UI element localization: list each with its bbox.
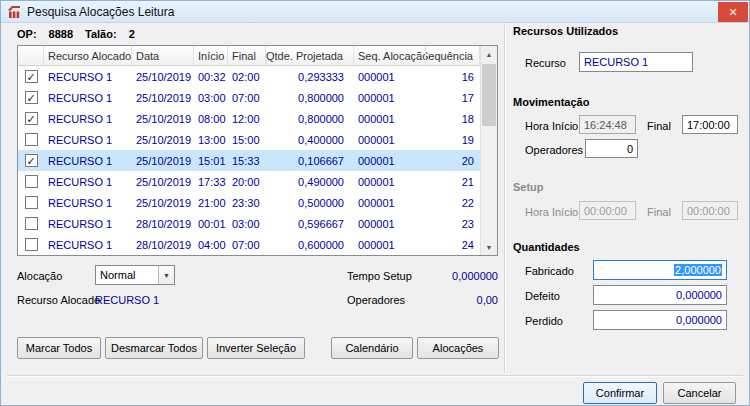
column-header-sequencia[interactable]: Sequência [426, 46, 480, 66]
cell-seq-alocacao: 000001 [354, 87, 426, 108]
cell-data: 28/10/2019 [132, 213, 194, 234]
cell-seq-alocacao: 000001 [354, 108, 426, 129]
cell-seq-alocacao: 000001 [354, 213, 426, 234]
dialog-window: Pesquisa Alocações Leitura ✕ OP:8888Talã… [0, 0, 750, 406]
chevron-down-icon[interactable]: ▼ [158, 266, 174, 284]
vertical-scrollbar[interactable]: ▲ ▼ [480, 46, 497, 255]
column-header-qtde[interactable]: Qtde. Projetada [266, 46, 354, 66]
cell-data: 25/10/2019 [132, 171, 194, 192]
hora-inicio-input: 16:24:48 [579, 115, 636, 134]
cell-final: 07:00 [228, 87, 266, 108]
hora-inicio-label: Hora Início [525, 120, 578, 132]
cell-final: 20:00 [228, 171, 266, 192]
table-row[interactable]: RECURSO 1 25/10/2019 17:33 20:00 0,49000… [18, 171, 480, 192]
alocacao-select[interactable]: Normal ▼ [95, 265, 175, 285]
cell-inicio: 15:01 [194, 150, 228, 171]
recurso-alocado-value: RECURSO 1 [95, 294, 159, 306]
table-row[interactable]: RECURSO 1 28/10/2019 04:00 07:00 0,60000… [18, 234, 480, 255]
setup-final-input: 00:00:00 [682, 201, 738, 220]
cell-seq-alocacao: 000001 [354, 234, 426, 255]
row-checkbox[interactable]: ✓ [25, 112, 38, 125]
cell-seq-alocacao: 000001 [354, 192, 426, 213]
column-header-seq-alocacao[interactable]: Seq. Alocação [354, 46, 426, 66]
desmarcar-todos-button[interactable]: Desmarcar Todos [105, 337, 203, 359]
row-checkbox[interactable]: ✓ [25, 154, 38, 167]
alocacao-selected-value: Normal [96, 269, 158, 281]
cell-seq-alocacao: 000001 [354, 129, 426, 150]
recurso-label: Recurso [525, 57, 566, 69]
operadores-input[interactable]: 0 [585, 139, 638, 158]
perdido-input[interactable]: 0,000000 [593, 310, 727, 330]
cell-inicio: 08:00 [194, 108, 228, 129]
movimentacao-title: Movimentação [513, 96, 589, 108]
alocacoes-button[interactable]: Alocações [417, 337, 499, 359]
row-checkbox[interactable] [25, 217, 38, 230]
cell-seq-alocacao: 000001 [354, 66, 426, 87]
setup-title: Setup [513, 181, 544, 193]
cell-recurso-alocado: RECURSO 1 [44, 150, 132, 171]
scroll-down-icon[interactable]: ▼ [481, 239, 497, 255]
column-header-recurso[interactable]: Recurso Alocado [44, 46, 132, 66]
calendario-button[interactable]: Calendário [331, 337, 413, 359]
alocacao-label: Alocação [17, 270, 62, 282]
perdido-label: Perdido [525, 315, 563, 327]
tempo-setup-value: 0,000000 [401, 270, 498, 282]
cell-data: 28/10/2019 [132, 234, 194, 255]
table-row[interactable]: ✓ RECURSO 1 25/10/2019 15:01 15:33 0,106… [18, 150, 480, 171]
table-row[interactable]: ✓ RECURSO 1 25/10/2019 03:00 07:00 0,800… [18, 87, 480, 108]
cancelar-button[interactable]: Cancelar [663, 382, 736, 404]
close-icon[interactable]: ✕ [718, 2, 748, 22]
inverter-selecao-button[interactable]: Inverter Seleção [207, 337, 305, 359]
vertical-divider [504, 25, 506, 373]
defeito-label: Defeito [525, 290, 560, 302]
row-checkbox[interactable] [25, 175, 38, 188]
row-checkbox[interactable]: ✓ [25, 91, 38, 104]
cell-sequencia: 19 [426, 129, 480, 150]
cell-qtde-projetada: 0,600000 [266, 234, 354, 255]
cell-data: 25/10/2019 [132, 129, 194, 150]
cell-final: 02:00 [228, 66, 266, 87]
allocations-grid: Recurso Alocado Data Início Final Qtde. … [17, 45, 498, 256]
defeito-input[interactable]: 0,000000 [593, 285, 727, 305]
cell-qtde-projetada: 0,596667 [266, 213, 354, 234]
table-row[interactable]: RECURSO 1 25/10/2019 21:00 23:30 0,50000… [18, 192, 480, 213]
table-row[interactable]: ✓ RECURSO 1 25/10/2019 08:00 12:00 0,800… [18, 108, 480, 129]
talao-label: Talão: [85, 28, 117, 40]
cell-data: 25/10/2019 [132, 192, 194, 213]
row-checkbox[interactable]: ✓ [25, 70, 38, 83]
cell-recurso-alocado: RECURSO 1 [44, 66, 132, 87]
cell-recurso-alocado: RECURSO 1 [44, 87, 132, 108]
fabricado-input[interactable]: 2,000000 [593, 260, 727, 280]
table-row[interactable]: ✓ RECURSO 1 25/10/2019 00:32 02:00 0,293… [18, 66, 480, 87]
column-header-checkbox[interactable] [18, 46, 44, 66]
confirmar-button[interactable]: Confirmar [583, 382, 657, 404]
table-row[interactable]: RECURSO 1 25/10/2019 13:00 15:00 0,40000… [18, 129, 480, 150]
setup-hora-inicio-label: Hora Início [525, 206, 578, 218]
scroll-up-icon[interactable]: ▲ [481, 46, 497, 62]
cell-final: 23:30 [228, 192, 266, 213]
fabricado-label: Fabricado [525, 265, 574, 277]
cell-final: 07:00 [228, 234, 266, 255]
column-header-final[interactable]: Final [228, 46, 266, 66]
row-checkbox[interactable] [25, 196, 38, 209]
title-bar[interactable]: Pesquisa Alocações Leitura ✕ [1, 1, 749, 23]
cell-data: 25/10/2019 [132, 87, 194, 108]
recurso-input[interactable]: RECURSO 1 [579, 52, 693, 72]
cell-sequencia: 20 [426, 150, 480, 171]
final-input[interactable]: 17:00:00 [682, 115, 738, 134]
app-icon [7, 5, 21, 19]
fabricado-selected-text: 2,000000 [674, 264, 722, 276]
recursos-utilizados-title: Recursos Utilizados [513, 25, 618, 37]
op-value: 8888 [49, 28, 73, 40]
row-checkbox[interactable] [25, 238, 38, 251]
table-row[interactable]: RECURSO 1 28/10/2019 00:01 03:00 0,59666… [18, 213, 480, 234]
column-header-inicio[interactable]: Início [194, 46, 228, 66]
marcar-todos-button[interactable]: Marcar Todos [17, 337, 101, 359]
cell-sequencia: 16 [426, 66, 480, 87]
cell-seq-alocacao: 000001 [354, 150, 426, 171]
scrollbar-thumb[interactable] [482, 64, 496, 126]
cell-data: 25/10/2019 [132, 150, 194, 171]
operadores-mov-label: Operadores [525, 144, 583, 156]
row-checkbox[interactable] [25, 133, 38, 146]
column-header-data[interactable]: Data [132, 46, 194, 66]
